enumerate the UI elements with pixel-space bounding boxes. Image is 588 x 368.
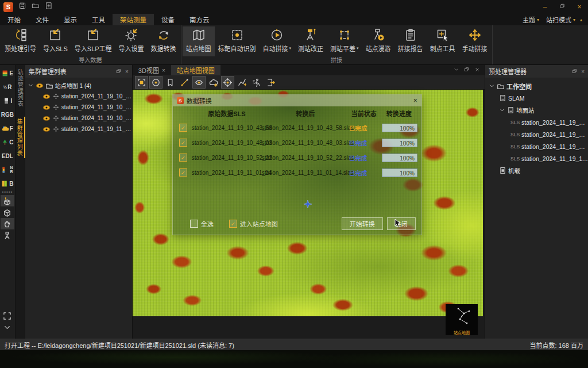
arrow-down-icon[interactable] (454, 67, 459, 74)
render-mode-I[interactable]: I (3, 94, 13, 108)
ribbon-item-导入SLS[interactable]: 导入SLS (40, 26, 71, 56)
left-tab-集群管理列表[interactable]: 集群管理列表 (14, 117, 25, 158)
tool-pan-hand[interactable] (1, 218, 14, 229)
viewtool-measure-angle[interactable] (178, 76, 191, 89)
tool-tripod-sm[interactable] (1, 229, 14, 241)
viewtool-polyline-add[interactable] (235, 76, 249, 89)
view-tab-3D视图[interactable]: 3D视图× (133, 65, 171, 75)
row-checkbox[interactable]: ✓ (179, 124, 187, 132)
row-checkbox[interactable]: ✓ (179, 154, 187, 162)
viewtool-walk-roam[interactable] (250, 76, 263, 89)
source-name: station_2024_11_19_10_52_22 (192, 155, 262, 161)
tree-row-station_2024_11_19_10_52_...[interactable]: SLSstation_2024_11_19_10_52_... (485, 140, 588, 152)
minimize-button[interactable]: – (536, 0, 554, 14)
tree-row-station_2024_11_19_10_48_...[interactable]: SLSstation_2024_11_19_10_48_... (485, 128, 588, 140)
ribbon-item-数据转换[interactable]: 数据转换 (148, 26, 180, 56)
dialog-close-icon[interactable]: × (413, 97, 417, 105)
float-icon[interactable] (464, 67, 470, 74)
tool-cube-right[interactable] (1, 275, 14, 287)
start-convert-button[interactable]: 开始转换 (342, 217, 383, 230)
tree-row-station_2024_11_19_11_01_...[interactable]: SLSstation_2024_11_19_11_01_... (485, 152, 588, 164)
menu-item-开始[interactable]: 开始 (0, 14, 28, 25)
viewtool-target-center[interactable] (221, 76, 234, 89)
render-mode-C[interactable]: C (1, 135, 13, 149)
left-tab-轨迹管理列表[interactable]: 轨迹管理列表 (15, 67, 25, 109)
close-panel-icon[interactable]: × (125, 68, 129, 75)
tool-cube-left[interactable] (1, 264, 14, 275)
render-mode-B[interactable]: B (1, 177, 13, 190)
render-mode-F[interactable]: F (2, 121, 13, 135)
save-button[interactable] (18, 2, 26, 12)
close-button[interactable]: × (571, 0, 588, 14)
ribbon-item-预处理引导[interactable]: 预处理引导 (1, 26, 40, 56)
tool-cube-bottom[interactable] (1, 298, 14, 310)
ribbon-item-导入设置[interactable]: 导入设置 (115, 26, 148, 56)
chevron-down-icon[interactable]: ▾ (289, 46, 292, 51)
collapse-ribbon-icon[interactable]: ▴ (580, 17, 582, 22)
ribbon-item-标靶自动识别[interactable]: 标靶自动识别 (215, 26, 260, 56)
tree-row-station[interactable]: station_2024_11_19_10_4... (25, 91, 132, 102)
viewtool-circle-dot[interactable] (149, 76, 163, 89)
menu-item-设备[interactable]: 设备 (154, 14, 182, 25)
new-file-button[interactable] (45, 2, 53, 12)
viewtool-exit-view[interactable] (264, 76, 277, 89)
ribbon-item-导入SLP工程[interactable]: 导入SLP工程 (71, 26, 115, 56)
tree-row-workspace[interactable]: 工作空间 (485, 80, 588, 92)
dots-icon (52, 125, 60, 133)
tree-row-station[interactable]: station_2024_11_19_10_4... (25, 102, 132, 113)
viewtool-cloud-add[interactable] (207, 76, 220, 89)
render-mode-NR[interactable]: NR (2, 163, 13, 177)
select-all-checkbox[interactable]: ✓ 全选 (185, 219, 214, 228)
tree-row-station[interactable]: station_2024_11_19_10_5... (25, 113, 132, 124)
ribbon-item-手动拼接[interactable]: 手动拼接 (459, 26, 491, 56)
tool-pin-box[interactable] (1, 195, 14, 206)
float-panel-icon[interactable] (116, 68, 122, 74)
open-folder-button[interactable] (32, 2, 40, 12)
menu-item-工具[interactable]: 工具 (84, 14, 113, 25)
enter-map-checkbox[interactable]: ✓ 进入站点地图 (225, 219, 278, 228)
tree-row-机载[interactable]: 机载 (485, 164, 588, 177)
close-icon[interactable] (474, 67, 480, 74)
menu-dropdown-站扫模式[interactable]: 站扫模式▾ (544, 15, 578, 24)
tool-cube[interactable] (1, 206, 14, 218)
tool-cube-back[interactable] (1, 287, 14, 298)
tool-frame-sel[interactable] (1, 310, 14, 321)
ribbon-item-站点地图[interactable]: 站点地图 (183, 26, 215, 56)
sls-tag: SLS (510, 132, 520, 137)
menu-dropdown-主题[interactable]: 主题▾ (520, 15, 541, 24)
menu-item-架站测量[interactable]: 架站测量 (113, 14, 154, 25)
menu-item-南方云[interactable]: 南方云 (182, 14, 217, 25)
viewtool-select-rect[interactable] (135, 76, 148, 89)
tree-row-地面站[interactable]: 地面站 (485, 104, 588, 116)
ribbon-item-测站改正[interactable]: 测站改正 (295, 26, 327, 56)
row-checkbox[interactable]: ✓ (179, 139, 187, 147)
restore-button[interactable] (554, 0, 571, 14)
chevron-down-icon[interactable]: ▾ (357, 46, 359, 51)
tree-row-station[interactable]: station_2024_11_19_11_0... (25, 124, 132, 135)
ribbon-item-测站平差[interactable]: 测站平差▾ (327, 26, 362, 56)
minimap-inset[interactable]: 站点地图 (446, 304, 478, 335)
close-panel-icon[interactable]: × (581, 68, 585, 75)
tree-row-station_2024_11_19_10_43_...[interactable]: SLSstation_2024_11_19_10_43_... (485, 116, 588, 128)
ribbon-item-站点漫游[interactable]: 站点漫游 (362, 26, 394, 56)
close-tab-icon[interactable]: × (162, 67, 165, 74)
viewtool-bookmark[interactable] (164, 76, 177, 89)
menu-item-显示[interactable]: 显示 (56, 14, 84, 25)
tool-cube-top[interactable] (1, 241, 14, 252)
tool-cube-front[interactable] (1, 252, 14, 264)
view-tab-站点地图视图[interactable]: 站点地图视图 (171, 65, 220, 75)
viewtool-view-eye[interactable] (192, 76, 206, 89)
float-panel-icon[interactable] (572, 68, 578, 74)
tool-chevron-down[interactable] (1, 321, 14, 333)
tree-row-root[interactable]: 站点地图 1 (4) (25, 80, 132, 91)
render-mode-R[interactable]: ½R (3, 80, 11, 94)
render-mode-E[interactable]: E (2, 66, 14, 80)
ribbon-item-自动拼接[interactable]: 自动拼接▾ (260, 26, 295, 56)
render-mode-EDL[interactable]: EDL (2, 149, 13, 163)
menu-item-文件[interactable]: 文件 (28, 14, 56, 25)
tree-row-SLAM[interactable]: SLAM (485, 92, 588, 104)
ribbon-item-拼接报告[interactable]: 拼接报告 (394, 26, 427, 56)
ribbon-item-刺点工具[interactable]: 刺点工具 (427, 26, 459, 56)
render-mode-RGB[interactable]: RGB (1, 108, 14, 121)
row-checkbox[interactable]: ✓ (179, 168, 187, 177)
